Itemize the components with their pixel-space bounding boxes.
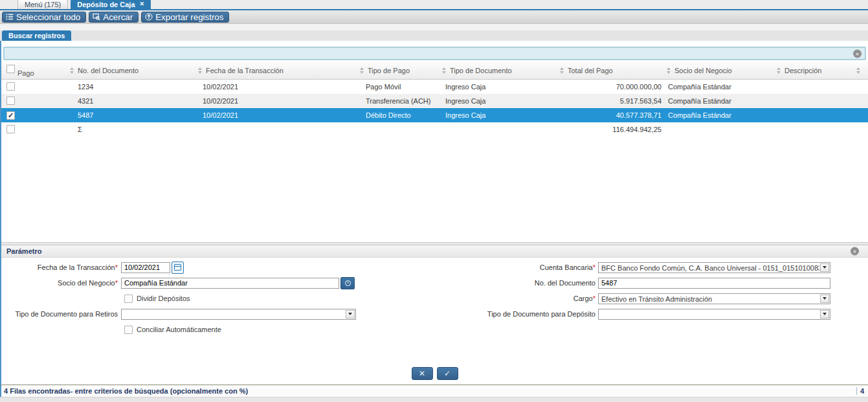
table-row[interactable]: 4321 10/02/2021 Transferencia (ACH) Ingr… <box>1 94 868 108</box>
table-row[interactable]: 1234 10/02/2021 Pago Móvil Ingreso Caja … <box>1 80 868 94</box>
cancel-button[interactable]: ✕ <box>412 367 433 380</box>
dropdown-button[interactable] <box>820 310 829 318</box>
cell-fecha: 10/02/2021 <box>196 83 358 91</box>
row-select-cell: ✓ <box>1 111 68 120</box>
cargo-select[interactable]: Efectivo en Tránsito Administración <box>598 293 830 304</box>
cell-tipo-pago: Transferencia (ACH) <box>358 97 440 105</box>
toolbar-gap <box>0 24 868 30</box>
dropdown-button[interactable] <box>820 295 829 303</box>
tab-deposito-label: Depósito de Caja <box>77 1 135 8</box>
conciliar-automaticamente-checkbox[interactable] <box>124 326 133 334</box>
column-header-descripcion[interactable]: Descripción <box>775 62 854 79</box>
required-marker: * <box>593 263 595 271</box>
row-checkbox[interactable] <box>6 82 15 91</box>
sort-icon[interactable] <box>667 67 671 74</box>
no-documento-label: No. del Documento <box>356 279 598 287</box>
sort-icon[interactable] <box>560 67 564 74</box>
dropdown-button[interactable] <box>346 310 355 318</box>
cell-socio: Compañía Estándar <box>665 97 775 105</box>
cargo-label: Cargo* <box>356 295 598 302</box>
app-window: Menú (175) Depósito de Caja ✕ Selecciona… <box>0 0 868 402</box>
calendar-icon <box>174 264 181 271</box>
column-header-total[interactable]: Total del Pago <box>558 62 665 79</box>
tab-deposito-de-caja[interactable]: Depósito de Caja ✕ <box>71 0 151 9</box>
close-tab-icon[interactable]: ✕ <box>140 1 145 7</box>
sort-icon[interactable] <box>198 67 202 74</box>
cell-tipo-pago: Pago Móvil <box>358 83 440 91</box>
cell-tipo-documento: Ingreso Caja <box>440 97 558 105</box>
column-label-tipo-pago: Tipo de Pago <box>368 67 410 74</box>
fecha-transaccion-input[interactable] <box>121 262 170 273</box>
export-up-arrow-icon <box>145 13 153 21</box>
row-select-cell <box>1 82 68 92</box>
column-header-tipo-documento[interactable]: Tipo de Documento <box>440 62 558 79</box>
row-select-cell <box>1 125 68 135</box>
tab-buscar-registros[interactable]: Buscar registros <box>2 30 71 41</box>
column-header-pago[interactable]: Pago <box>1 62 68 79</box>
tab-menu[interactable]: Menú (175) <box>17 0 68 9</box>
form-row: Conciliar Automáticamente <box>1 322 868 337</box>
column-label-pago: Pago <box>17 69 34 77</box>
cell-tipo-documento: Ingreso Caja <box>440 83 558 91</box>
dividir-depositos-checkbox[interactable] <box>124 295 133 303</box>
cell-sum-total: 116.494.942,25 <box>558 126 665 133</box>
column-header-fecha[interactable]: Fecha de la Transacción <box>196 62 358 79</box>
socio-negocio-input[interactable] <box>121 278 339 289</box>
required-marker: * <box>115 279 118 287</box>
tab-menu-label: Menú (175) <box>25 1 61 8</box>
column-header-documento[interactable]: No. del Documento <box>68 62 196 79</box>
column-header-tipo-pago[interactable]: Tipo de Pago <box>358 62 440 79</box>
calendar-button[interactable] <box>172 262 184 274</box>
export-records-button[interactable]: Exportar registros <box>141 12 229 23</box>
column-header-extra[interactable] <box>854 62 868 79</box>
select-all-checkbox[interactable] <box>6 65 15 73</box>
table-row-selected[interactable]: ✓ 5487 10/02/2021 Débito Directo Ingreso… <box>1 108 868 122</box>
tipo-doc-deposito-value <box>599 309 819 319</box>
column-header-socio[interactable]: Socio del Negocio <box>665 62 775 79</box>
table-sum-row[interactable]: Σ 116.494.942,25 <box>1 122 868 137</box>
sort-icon[interactable] <box>70 67 74 74</box>
tipo-doc-retiros-select[interactable] <box>121 309 356 320</box>
confirm-button[interactable]: ✓ <box>437 367 458 380</box>
zoom-button[interactable]: Acercar <box>89 12 139 23</box>
cell-total: 40.577.378,71 <box>558 111 665 119</box>
column-label-fecha: Fecha de la Transacción <box>206 67 284 74</box>
no-documento-input[interactable] <box>598 278 830 289</box>
tipo-doc-deposito-label: Tipo de Documento para Depósito <box>356 310 598 318</box>
row-checkbox[interactable] <box>6 125 15 133</box>
collapse-panel-icon[interactable]: ✕ <box>851 247 859 256</box>
row-checkbox[interactable] <box>6 96 15 105</box>
tipo-doc-deposito-select[interactable] <box>598 309 830 320</box>
dropdown-button[interactable] <box>820 263 829 272</box>
business-partner-search-button[interactable] <box>340 277 355 289</box>
search-row: ✕ <box>1 41 868 62</box>
tipo-doc-retiros-label: Tipo de Documento para Retiros <box>1 310 121 318</box>
form-row: Socio del Negocio* No. del Documento <box>1 275 868 291</box>
cell-total: 70.000.000,00 <box>558 83 665 91</box>
dividir-depositos-label: Dividir Depósitos <box>137 295 190 302</box>
cuenta-bancaria-select[interactable]: BFC Banco Fondo Común, C.A. Banco Univer… <box>598 262 830 273</box>
tipo-doc-retiros-value <box>122 309 345 319</box>
chevron-down-icon <box>823 266 827 269</box>
zoom-label: Acercar <box>103 12 133 22</box>
sort-icon[interactable] <box>360 67 364 74</box>
chevron-down-icon <box>823 313 827 315</box>
select-all-label: Seleccionar todo <box>16 12 80 22</box>
parameter-form: Fecha de la Transacción* Cuenta Bancaria… <box>1 258 868 337</box>
magnifier-icon <box>93 13 100 21</box>
conciliar-automaticamente-label: Conciliar Automáticamente <box>137 326 221 333</box>
form-row: Tipo de Documento para Retiros Tipo de D… <box>1 306 868 322</box>
business-partner-icon <box>345 280 351 286</box>
status-bar: 4 Filas encontradas- entre criterios de … <box>0 385 868 397</box>
sort-icon[interactable] <box>856 67 860 74</box>
row-checkbox-checked[interactable]: ✓ <box>6 111 15 120</box>
row-select-cell <box>1 96 68 106</box>
subtab-row: Buscar registros <box>0 30 868 41</box>
cell-fecha: 10/02/2021 <box>196 111 358 119</box>
search-input[interactable] <box>5 48 865 59</box>
clear-search-icon[interactable]: ✕ <box>853 49 862 58</box>
row-count: 4 <box>860 387 864 395</box>
sort-icon[interactable] <box>442 67 446 74</box>
select-all-button[interactable]: Seleccionar todo <box>2 12 86 23</box>
sort-icon[interactable] <box>777 67 781 74</box>
